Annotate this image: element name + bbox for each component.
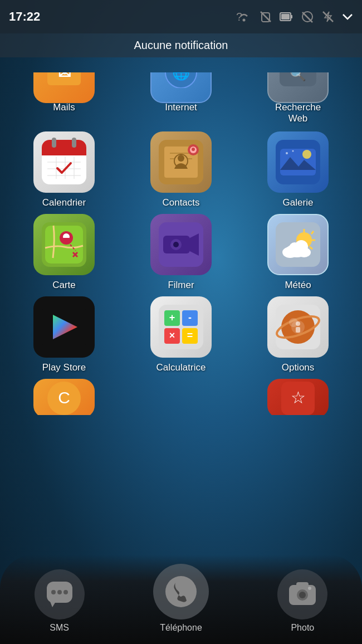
app-grid: ✉ 🌐 🔍 Mai — [0, 67, 362, 415]
svg-text:🌐: 🌐 — [172, 72, 190, 81]
notification-bar: Aucune notification — [0, 33, 362, 57]
carte-label: Carte — [52, 280, 76, 291]
options-icon — [267, 296, 329, 358]
filmer-icon — [150, 214, 212, 275]
playstore-label: Play Store — [42, 362, 86, 373]
mails-partial-icon: ✉ — [33, 72, 95, 103]
internet-partial-icon: 🌐 — [150, 72, 212, 103]
app-item-filmer[interactable]: Filmer — [128, 214, 234, 291]
dock-item-sms[interactable]: SMS — [35, 569, 85, 633]
options-label: Options — [282, 362, 315, 373]
app-item-galerie[interactable]: Galerie — [245, 131, 351, 208]
contacts-icon — [150, 131, 212, 193]
svg-text:=: = — [187, 330, 193, 341]
status-time: 17:22 — [9, 9, 236, 24]
svg-rect-22 — [72, 138, 76, 148]
svg-point-99 — [299, 592, 306, 598]
status-bar: 17:22 ? — [0, 0, 362, 33]
playstore-icon — [33, 296, 95, 358]
svg-rect-6 — [291, 15, 292, 18]
recherche-partial-icon: 🔍 — [267, 72, 329, 103]
app-row-3: Play Store + - × = Calculatric — [6, 296, 356, 373]
app-item-calculatrice[interactable]: + - × = Calculatrice — [128, 296, 234, 373]
photo-dock-icon — [277, 569, 327, 619]
app-item-bottom-left[interactable]: C — [11, 379, 117, 415]
app-item-contacts[interactable]: Contacts — [128, 131, 234, 208]
carte-icon — [33, 214, 95, 275]
partial-top-labels: Mails Internet RechercheWeb — [6, 102, 356, 125]
calendrier-label: Calendrier — [42, 197, 86, 208]
svg-text:+: + — [169, 312, 175, 323]
meteo-label: Météo — [285, 280, 311, 291]
svg-point-93 — [63, 590, 68, 594]
recherche-label: RechercheWeb — [275, 102, 321, 125]
app-item-calendrier[interactable]: Calendrier — [11, 131, 117, 208]
svg-rect-45 — [45, 226, 83, 264]
calendrier-icon — [33, 131, 95, 193]
dock-item-telephone[interactable]: Téléphone — [153, 564, 209, 633]
svg-point-34 — [178, 155, 184, 162]
calculatrice-icon: + - × = — [150, 296, 212, 358]
app-item-carte[interactable]: Carte — [11, 214, 117, 291]
dock: SMS Téléphone Photo — [0, 555, 362, 644]
filmer-label: Filmer — [168, 280, 194, 291]
sms-dock-icon — [35, 569, 85, 619]
svg-rect-97 — [296, 582, 309, 587]
app-item-internet-partial[interactable]: 🌐 — [128, 72, 234, 103]
app-item-playstore[interactable]: Play Store — [11, 296, 117, 373]
app-mails-label-item[interactable]: Mails — [11, 102, 117, 125]
svg-text:?: ? — [236, 11, 242, 23]
galerie-label: Galerie — [283, 197, 314, 208]
bottom-right-icon: ☆ — [267, 379, 329, 415]
svg-rect-20 — [42, 148, 86, 155]
no-sim-icon — [260, 11, 272, 23]
svg-text:🔍: 🔍 — [290, 72, 306, 82]
app-item-bottom-right[interactable]: ☆ — [245, 379, 351, 415]
app-recherche-label-item[interactable]: RechercheWeb — [245, 102, 351, 125]
app-row-1: Calendrier — [6, 131, 356, 208]
svg-point-41 — [302, 150, 311, 159]
photo-label: Photo — [291, 623, 314, 633]
telephone-dock-icon — [153, 564, 209, 619]
bottom-left-icon: C — [33, 379, 95, 415]
bottom-partial-row: C ☆ — [6, 379, 356, 415]
svg-rect-85 — [296, 327, 300, 333]
status-icons: ? — [236, 11, 353, 23]
svg-point-91 — [51, 590, 56, 594]
svg-point-92 — [57, 590, 62, 594]
svg-point-67 — [295, 240, 308, 253]
dropdown-icon[interactable] — [342, 13, 353, 21]
app-item-mails-partial[interactable]: ✉ — [11, 72, 117, 103]
svg-text:✉: ✉ — [58, 72, 71, 82]
svg-point-84 — [296, 321, 300, 326]
svg-text:☆: ☆ — [291, 388, 306, 407]
partial-top-row: ✉ 🌐 🔍 — [6, 72, 356, 103]
svg-point-43 — [292, 150, 294, 152]
app-row-2: Carte Filmer — [6, 214, 356, 291]
telephone-label: Téléphone — [160, 623, 202, 633]
app-item-recherche-partial[interactable]: 🔍 — [245, 72, 351, 103]
dock-item-photo[interactable]: Photo — [277, 569, 327, 633]
svg-text:-: - — [188, 312, 192, 323]
svg-text:C: C — [58, 388, 70, 407]
svg-rect-21 — [52, 138, 56, 148]
calculatrice-label: Calculatrice — [156, 362, 206, 373]
svg-point-42 — [286, 152, 288, 154]
contacts-label: Contacts — [162, 197, 199, 208]
mails-label: Mails — [53, 102, 75, 113]
no-flash-icon — [322, 11, 334, 23]
svg-marker-94 — [50, 602, 56, 607]
meteo-icon — [267, 214, 329, 275]
svg-point-100 — [308, 587, 311, 590]
svg-point-37 — [192, 148, 195, 151]
wifi-icon: ? — [236, 11, 252, 23]
svg-rect-5 — [281, 14, 290, 19]
notification-text: Aucune notification — [134, 39, 228, 52]
app-item-options[interactable]: Options — [245, 296, 351, 373]
dnd-off-icon — [301, 11, 314, 23]
app-internet-label-item[interactable]: Internet — [128, 102, 234, 125]
svg-point-1 — [243, 19, 246, 22]
app-item-meteo[interactable]: Météo — [245, 214, 351, 291]
svg-point-56 — [173, 242, 179, 247]
galerie-icon — [267, 131, 329, 193]
